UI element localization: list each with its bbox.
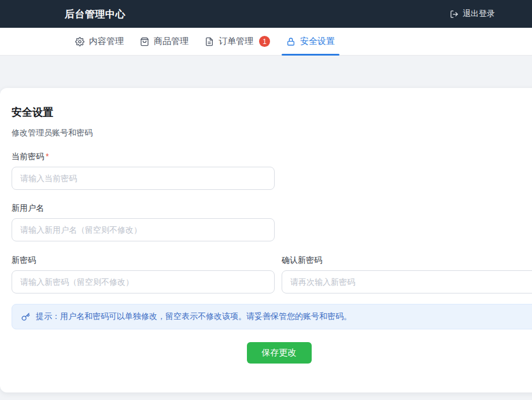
panel-subtitle: 修改管理员账号和密码 — [12, 128, 532, 138]
password-row: 新密码 确认新密码 — [12, 255, 532, 293]
tab-label: 内容管理 — [89, 36, 124, 47]
document-icon — [205, 37, 214, 46]
new-password-col: 新密码 — [12, 255, 275, 293]
panel-title: 安全设置 — [12, 105, 532, 119]
tip-bar: 提示：用户名和密码可以单独修改，留空表示不修改该项。请妥善保管您的账号和密码。 — [12, 304, 532, 329]
tab-content-management[interactable]: 内容管理 — [67, 28, 132, 55]
button-row: 保存更改 — [12, 342, 532, 364]
logout-button[interactable]: 退出登录 — [450, 9, 495, 19]
tab-bar: 内容管理 商品管理 订单管理 1 — [0, 28, 532, 56]
lock-icon — [286, 37, 295, 46]
new-password-label: 新密码 — [12, 255, 275, 266]
new-username-label: 新用户名 — [12, 203, 532, 214]
tab-label: 安全设置 — [300, 36, 335, 47]
tip-text: 提示：用户名和密码可以单独修改，留空表示不修改该项。请妥善保管您的账号和密码。 — [36, 311, 352, 322]
app-title: 后台管理中心 — [65, 8, 125, 21]
tab-security-settings[interactable]: 安全设置 — [278, 28, 343, 55]
key-icon — [21, 313, 30, 321]
tab-label: 订单管理 — [219, 36, 253, 47]
tab-product-management[interactable]: 商品管理 — [132, 28, 197, 55]
gear-icon — [75, 37, 84, 46]
new-password-input[interactable] — [12, 270, 275, 293]
current-password-input[interactable] — [12, 167, 275, 190]
order-count-badge: 1 — [259, 36, 270, 47]
current-password-label: 当前密码* — [12, 152, 532, 162]
required-mark: * — [46, 152, 49, 161]
save-changes-button[interactable]: 保存更改 — [247, 342, 312, 364]
confirm-password-label: 确认新密码 — [282, 255, 532, 266]
tab-label: 商品管理 — [154, 36, 189, 47]
new-username-input[interactable] — [12, 218, 275, 241]
top-navbar: 后台管理中心 退出登录 — [0, 0, 532, 28]
security-settings-panel: 安全设置 修改管理员账号和密码 当前密码* 新用户名 新密码 确认新密码 提示：… — [0, 88, 532, 392]
logout-label: 退出登录 — [463, 9, 495, 19]
confirm-password-col: 确认新密码 — [282, 255, 532, 293]
tab-order-management[interactable]: 订单管理 1 — [197, 28, 278, 55]
confirm-password-input[interactable] — [282, 270, 532, 293]
shopping-bag-icon — [140, 37, 149, 46]
logout-icon — [450, 10, 459, 19]
